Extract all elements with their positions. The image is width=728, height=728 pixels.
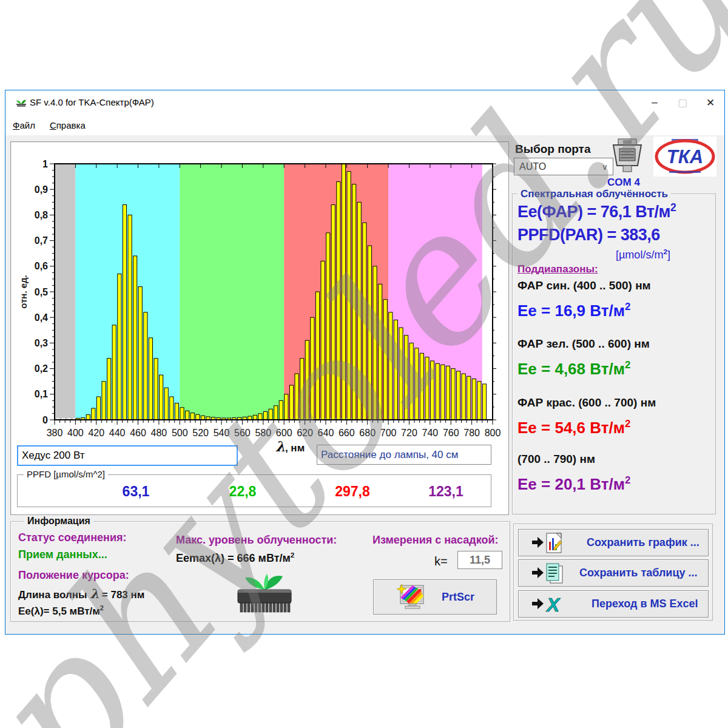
svg-text:ТКА: ТКА <box>667 146 703 167</box>
svg-text:460: 460 <box>130 428 146 438</box>
k-label: k= <box>434 554 448 568</box>
blue-range-label: ФАР син. (400 .. 500) нм <box>517 279 651 292</box>
svg-text:680: 680 <box>359 428 376 438</box>
save-graph-icon <box>532 532 564 554</box>
svg-text:0,8: 0,8 <box>35 210 48 220</box>
svg-text:640: 640 <box>318 428 334 438</box>
com-port-label: COM 4 <box>607 177 656 189</box>
svg-text:отн. ед.: отн. ед. <box>18 275 29 309</box>
blue-ee-value: Ee = 16,9 Вт/м2 <box>517 301 630 320</box>
max-level-label: Макс. уровень облученности: <box>176 534 337 547</box>
svg-text:740: 740 <box>422 428 439 438</box>
save-graph-button[interactable]: Сохранить график ... <box>518 529 709 556</box>
svg-text:380: 380 <box>47 428 63 438</box>
svg-text:1: 1 <box>42 159 48 169</box>
window-title: SF v.4.0 for TKA-Спектр(ФАР) <box>30 97 154 107</box>
svg-text:0,9: 0,9 <box>35 184 48 195</box>
subranges-label: Поддиапазоны: <box>517 263 598 275</box>
spectral-panel-title: Спектральная облучённость <box>517 188 671 200</box>
nozzle-label: Измерения с насадкой: <box>372 534 499 547</box>
lamp-name-input[interactable] <box>17 445 238 466</box>
farred-range-label: (700 .. 790) нм <box>517 453 595 466</box>
save-table-icon <box>532 562 564 584</box>
green-range-label: ФАР зел. (500 .. 600) нм <box>517 337 650 351</box>
svg-text:0,3: 0,3 <box>35 338 48 348</box>
prtscr-button[interactable]: PrtScr <box>373 579 497 615</box>
chevron-down-icon: ∨ <box>602 162 608 172</box>
ppfd-par-value: PPFD(PAR) = 383,6 <box>517 226 660 244</box>
cursor-ee: Ee(λ)= 5,5 мВт/м2 <box>18 604 104 618</box>
k-factor-input[interactable] <box>457 551 502 569</box>
cursor-wavelength: Длина волны λ = 783 нм <box>18 586 144 601</box>
green-ee-value: Ee = 4,68 Вт/м2 <box>517 359 630 379</box>
svg-text:780: 780 <box>463 428 480 438</box>
ppfd-farred-value: 123,1 <box>410 484 482 500</box>
ppfd-units: [µmol/s/m2] <box>616 248 670 261</box>
svg-text:X: X <box>545 594 561 615</box>
info-panel: Информация Статус соединения: Прием данн… <box>10 521 510 622</box>
port-select[interactable]: AUTO ∨ <box>514 158 613 175</box>
svg-text:800: 800 <box>485 428 501 438</box>
excel-button[interactable]: X Переход в MS Excel <box>518 590 709 618</box>
save-table-label: Сохранить таблицу ... <box>579 567 697 579</box>
ppfd-box-legend: PPFD [µmol/s/m^2] <box>24 469 108 479</box>
close-button[interactable]: ✕ <box>696 90 724 115</box>
menu-file[interactable]: Файл <box>5 118 42 133</box>
app-window: SF v.4.0 for TKA-Спектр(ФАР) – ▢ ✕ Файл … <box>5 90 725 635</box>
chart-panel: 3804004204404604805005205405605806006206… <box>10 141 509 515</box>
svg-text:760: 760 <box>443 428 459 438</box>
ppfd-blue-value: 63,1 <box>103 484 169 500</box>
red-ee-value: Ee = 54,6 Вт/м2 <box>517 418 630 437</box>
svg-text:0: 0 <box>42 415 48 425</box>
svg-text:0,1: 0,1 <box>35 389 48 399</box>
tka-logo: ТКА <box>653 136 716 177</box>
svg-text:560: 560 <box>234 428 251 438</box>
svg-text:600: 600 <box>276 428 292 438</box>
svg-text:0,6: 0,6 <box>35 261 48 271</box>
cursor-label: Положение курсора: <box>18 569 129 582</box>
ee-par-value: Ee(ФАР) = 76,1 Вт/м2 <box>517 201 676 221</box>
port-select-value: AUTO <box>519 161 546 172</box>
status-label: Статус соединения: <box>18 531 127 544</box>
status-value: Прием данных... <box>18 548 107 561</box>
svg-text:580: 580 <box>255 428 271 438</box>
ppfd-box: PPFD [µmol/s/m^2] 63,1 22,8 297,8 123,1 <box>17 474 491 507</box>
chip-plant-icon <box>229 573 300 615</box>
svg-text:660: 660 <box>339 428 355 438</box>
spectral-panel: Спектральная облучённость Ee(ФАР) = 76,1… <box>512 194 716 514</box>
title-bar: SF v.4.0 for TKA-Спектр(ФАР) – ▢ ✕ <box>5 90 724 115</box>
app-icon <box>15 96 27 109</box>
svg-text:700: 700 <box>380 428 397 438</box>
x-axis-title: λ, нм <box>254 438 326 454</box>
excel-label: Переход в MS Excel <box>592 598 698 610</box>
spectrum-chart[interactable]: 3804004204404604805005205405605806006206… <box>11 142 507 445</box>
distance-input[interactable] <box>317 445 491 465</box>
port-label: Выбор порта <box>515 143 590 156</box>
ppfd-green-value: 22,8 <box>209 484 276 500</box>
farred-ee-value: Ee = 20,1 Вт/м2 <box>517 474 630 494</box>
svg-text:480: 480 <box>151 428 167 438</box>
svg-text:400: 400 <box>67 428 84 438</box>
serial-port-icon <box>610 138 645 177</box>
svg-text:620: 620 <box>297 428 313 438</box>
screenshot-icon <box>396 583 425 611</box>
svg-text:540: 540 <box>214 428 230 438</box>
eemax-value: Eemax(λ) = 666 мВт/м2 <box>176 551 294 565</box>
save-table-button[interactable]: Сохранить таблицу ... <box>518 559 709 587</box>
minimize-button[interactable]: – <box>641 90 669 115</box>
svg-text:0,2: 0,2 <box>35 363 48 374</box>
svg-text:500: 500 <box>172 428 188 438</box>
prtscr-button-label: PrtScr <box>442 591 474 604</box>
svg-text:0,7: 0,7 <box>35 235 48 246</box>
svg-text:520: 520 <box>192 428 209 438</box>
red-range-label: ФАР крас. (600 .. 700) нм <box>517 396 656 410</box>
actions-panel: Сохранить график ... Сохранить таблицу .… <box>513 524 713 621</box>
svg-text:420: 420 <box>88 428 104 438</box>
excel-icon: X <box>532 593 566 615</box>
svg-text:0,5: 0,5 <box>35 287 48 297</box>
save-graph-label: Сохранить график ... <box>587 536 699 549</box>
svg-text:720: 720 <box>401 428 417 438</box>
maximize-button[interactable]: ▢ <box>669 90 696 115</box>
menu-help[interactable]: Справка <box>42 118 93 133</box>
ppfd-red-value: 297,8 <box>316 484 389 500</box>
